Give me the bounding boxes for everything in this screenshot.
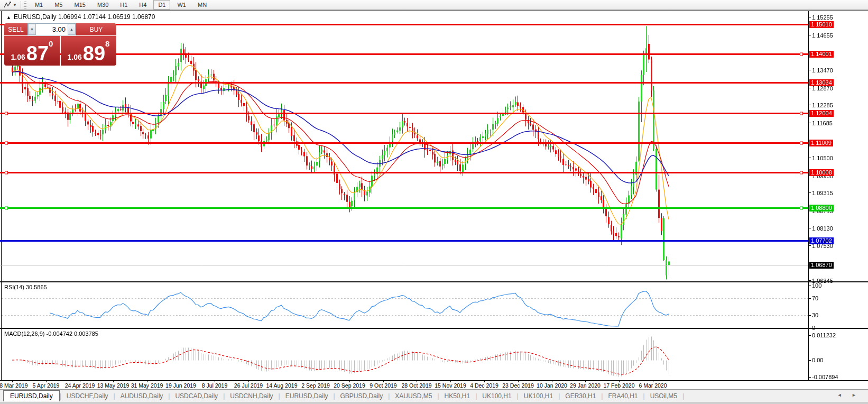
timeframe-button-M15[interactable]: M15 <box>69 0 90 10</box>
chart-tab-USDCAD-Daily[interactable]: USDCAD,Daily <box>170 391 223 401</box>
price-level-badge-1.08800[interactable]: 1.08800 <box>809 205 834 212</box>
rsi-tick-70: 70 <box>812 295 818 302</box>
toolbar-grip[interactable] <box>24 2 26 8</box>
chart-tab-EURUSD-Daily[interactable]: EURUSD,Daily <box>3 390 60 401</box>
price-tick-1.10500: 1.10500 <box>812 155 833 162</box>
date-label: 19 Jun 2019 <box>165 382 196 389</box>
chart-tab-USOil-M5[interactable]: USOil,M5 <box>645 391 682 401</box>
price-tick-1.11685: 1.11685 <box>812 120 833 127</box>
date-label: 4 Dec 2019 <box>470 382 498 389</box>
one-click-trading-panel: SELL ▼ ▲ BUY 1.06 87 0 1.06 89 8 <box>4 23 116 66</box>
chart-tab-FRA40-H1[interactable]: FRA40,H1 <box>603 391 643 401</box>
date-label: 13 May 2019 <box>97 382 130 389</box>
chart-tab-XAUUSD-M5[interactable]: XAUUSD,M5 <box>390 391 437 401</box>
current-price-badge: 1.06870 <box>809 262 834 269</box>
chart-tool-icon[interactable]: ▼ <box>2 1 19 9</box>
date-label: 6 Mar 2020 <box>639 382 667 389</box>
chart-tab-USDCHF-Daily[interactable]: USDCHF,Daily <box>61 391 114 401</box>
tab-separator: | <box>682 392 684 400</box>
timeframe-button-M30[interactable]: M30 <box>93 0 113 10</box>
chart-tab-EURUSD-Daily[interactable]: EURUSD,Daily <box>280 391 334 401</box>
chart-title: ▲EURUSD,Daily 1.06994 1.07144 1.06519 1.… <box>6 13 155 21</box>
date-label: 5 Apr 2019 <box>33 382 60 389</box>
volume-input[interactable] <box>36 24 68 35</box>
date-label: 8 Jul 2019 <box>202 382 227 389</box>
date-label: 2 Sep 2019 <box>301 382 330 389</box>
timeframe-button-H4[interactable]: H4 <box>134 0 151 10</box>
date-label: 26 Jul 2019 <box>234 382 263 389</box>
timeframe-button-M5[interactable]: M5 <box>50 0 67 10</box>
rsi-tick-0: 0 <box>812 325 815 332</box>
polyline-icon <box>4 2 12 8</box>
date-label: 28 Oct 2019 <box>401 382 431 389</box>
date-label: 9 Oct 2019 <box>370 382 396 389</box>
chart-tab-USDCNH-Daily[interactable]: USDCNH,Daily <box>225 391 278 401</box>
sell-price-prefix: 1.06 <box>11 52 25 62</box>
timeframe-button-M1[interactable]: M1 <box>30 0 48 10</box>
macd-tick--0.007894: -0.007894 <box>812 374 838 381</box>
timeframe-button-W1[interactable]: W1 <box>172 0 191 10</box>
macd-tick-0.011232: 0.011232 <box>812 332 836 339</box>
chart-tab-GER30-H1[interactable]: GER30,H1 <box>560 391 601 401</box>
rsi-label: RSI(14) 30.5865 <box>4 284 47 290</box>
volume-stepper: ▼ ▲ <box>27 23 76 35</box>
collapse-arrow-icon[interactable]: ▲ <box>6 15 11 20</box>
volume-decrease-button[interactable]: ▼ <box>28 24 36 35</box>
price-tick-1.14655: 1.14655 <box>812 32 833 39</box>
price-level-badge-1.12004[interactable]: 1.12004 <box>809 110 834 117</box>
date-label: 10 Jan 2020 <box>537 382 567 389</box>
macd-panel: MACD(12,26,9) -0.004742 0.003785 0.01123… <box>0 329 868 380</box>
rsi-panel: RSI(14) 30.5865 10070300 <box>0 282 868 328</box>
rsi-canvas[interactable] <box>0 282 868 328</box>
date-label: 24 Apr 2019 <box>65 382 95 389</box>
main-chart-canvas[interactable] <box>0 11 868 281</box>
chart-tab-GBPUSD-Daily[interactable]: GBPUSD,Daily <box>335 391 389 401</box>
buy-price-big: 89 <box>83 44 105 62</box>
price-level-badge-1.11009[interactable]: 1.11009 <box>809 140 833 146</box>
macd-label: MACD(12,26,9) -0.004742 0.003785 <box>4 330 98 337</box>
sell-price-sup: 0 <box>49 39 53 48</box>
chevron-down-icon: ▼ <box>13 3 17 7</box>
date-label: 23 Dec 2019 <box>502 382 534 389</box>
chart-tab-HK50-H1[interactable]: HK50,H1 <box>439 391 475 401</box>
price-level-badge-1.15010[interactable]: 1.15010 <box>809 21 834 28</box>
timeframe-buttons: M1M5M15M30H1H4D1W1MN <box>29 0 213 10</box>
chart-tab-AUDUSD-Daily[interactable]: AUDUSD,Daily <box>115 391 169 401</box>
trading-platform-screen: ▼ M1M5M15M30H1H4D1W1MN ▲EURUSD,Daily 1.0… <box>0 0 868 404</box>
date-label: 31 May 2019 <box>131 382 163 389</box>
sell-price-box[interactable]: 1.06 87 0 <box>4 36 60 66</box>
toolbar-separator <box>21 1 21 8</box>
bottom-strip <box>0 402 868 404</box>
price-tick-1.12285: 1.12285 <box>812 102 833 109</box>
date-label: 20 Sep 2019 <box>334 382 365 389</box>
buy-button[interactable]: BUY <box>76 23 116 35</box>
buy-price-box[interactable]: 1.06 89 8 <box>61 36 116 66</box>
time-axis: 18 Mar 20195 Apr 201924 Apr 201913 May 2… <box>0 380 868 390</box>
sell-button[interactable]: SELL <box>4 23 27 35</box>
price-level-badge-1.14001[interactable]: 1.14001 <box>809 51 834 58</box>
chart-tab-bar: EURUSD,Daily|USDCHF,Daily|AUDUSD,Daily|U… <box>0 389 868 402</box>
price-level-badge-1.10008[interactable]: 1.10008 <box>809 169 834 176</box>
date-label: 14 Aug 2019 <box>266 382 298 389</box>
rsi-tick-100: 100 <box>812 282 821 289</box>
rsi-tick-30: 30 <box>812 312 818 319</box>
price-tick-1.08130: 1.08130 <box>812 225 833 232</box>
price-tick-1.15255: 1.15255 <box>812 14 833 21</box>
timeframe-button-MN[interactable]: MN <box>193 0 211 10</box>
macd-canvas[interactable] <box>0 329 868 380</box>
toolbar: ▼ M1M5M15M30H1H4D1W1MN <box>0 0 868 10</box>
price-tick-1.13470: 1.13470 <box>812 67 833 74</box>
price-level-badge-1.13034[interactable]: 1.13034 <box>809 79 834 86</box>
price-level-badge-1.07702[interactable]: 1.07702 <box>809 237 834 244</box>
date-label: 15 Nov 2019 <box>435 382 466 389</box>
chart-tab-UK100-H1[interactable]: UK100,H1 <box>519 391 558 401</box>
date-label: 17 Feb 2020 <box>604 382 635 389</box>
timeframe-button-D1[interactable]: D1 <box>153 0 170 10</box>
chart-tab-UK100-H1[interactable]: UK100,H1 <box>477 391 516 401</box>
price-tick-1.09315: 1.09315 <box>812 190 833 197</box>
tab-scroll-arrows[interactable]: ◄ ► <box>837 392 861 398</box>
timeframe-button-H1[interactable]: H1 <box>115 0 132 10</box>
macd-tick-0.00: 0.00 <box>812 357 823 364</box>
volume-increase-button[interactable]: ▲ <box>68 24 76 35</box>
sell-price-big: 87 <box>26 44 49 62</box>
